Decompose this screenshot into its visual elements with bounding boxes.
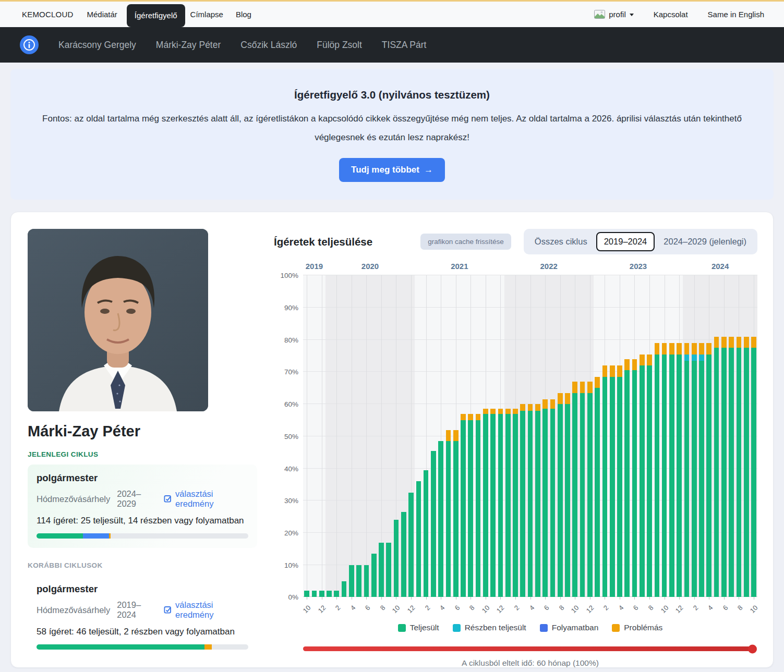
portrait-photo: [28, 229, 208, 411]
current-city: Hódmezővásárhely: [37, 494, 110, 504]
nav-tisza-part[interactable]: TISZA Párt: [382, 40, 427, 51]
previous-term: 2019–2024: [117, 600, 157, 620]
range-toggle-group: Összes ciklus 2019–2024 2024–2029 (jelen…: [524, 229, 757, 254]
hero-banner: Ígéretfigyelő 3.0 (nyilvános tesztüzem) …: [10, 69, 774, 200]
current-summary: 114 ígéret: 25 teljesült, 14 részben vag…: [37, 516, 248, 526]
nav-csozik-laszlo[interactable]: Csőzik László: [240, 40, 297, 51]
top-navbar: KEMOCLOUD Médiatár Ígéretfigyelő Címlaps…: [0, 2, 784, 27]
profile-label: profil: [609, 10, 626, 19]
nav-fulop-zsolt[interactable]: Fülöp Zsolt: [317, 40, 362, 51]
checkbox-check-icon: [164, 606, 172, 615]
progress-previous-problem: [204, 644, 212, 650]
progress-previous-fulfilled: [37, 644, 204, 650]
chart-title: Ígéretek teljesülése: [274, 236, 372, 248]
previous-term-card: polgármester Hódmezővásárhely 2019–2024 …: [28, 576, 257, 659]
learn-more-button[interactable]: Tudj meg többet →: [339, 158, 445, 182]
hero-text: Fontos: az oldal tartalma még szerkeszté…: [31, 109, 753, 146]
hero-title: Ígéretfigyelő 3.0 (nyilvános tesztüzem): [31, 89, 753, 101]
previous-cycles-label: KORÁBBI CIKLUSOK: [28, 561, 257, 569]
profile-column: Márki-Zay Péter JELENLEGI CIKLUS polgárm…: [28, 229, 257, 652]
info-circle-glyph: [23, 39, 35, 51]
legend-item[interactable]: Problémás: [612, 623, 662, 632]
nav-cimlapse[interactable]: Címlapse: [190, 10, 223, 19]
chart-year-labels: 201920202021202220232024: [303, 262, 757, 275]
chart-plot: 0%10%20%30%40%50%60%70%80%90%100%: [303, 275, 757, 597]
time-slider-handle[interactable]: [748, 644, 757, 653]
nav-igeretfigyelo-active-tab[interactable]: Ígéretfigyelő: [127, 4, 185, 27]
progress-current-inprogress: [83, 533, 109, 539]
current-term: 2024–2029: [117, 489, 157, 509]
nav-kapcsolat[interactable]: Kapcsolat: [654, 10, 688, 19]
checkbox-check-icon: [164, 495, 172, 504]
range-all-cycles[interactable]: Összes ciklus: [528, 233, 594, 250]
chart-legend: TeljesültRészben teljesültFolyamatbanPro…: [303, 623, 757, 632]
nav-marki-zay-peter[interactable]: Márki-Zay Péter: [156, 40, 221, 51]
current-cycle-label: JELENLEGI CIKLUS: [28, 450, 257, 458]
chart-section: Ígéretek teljesülése grafikon cache fris…: [274, 229, 757, 652]
learn-more-label: Tudj meg többet: [351, 165, 419, 175]
chevron-down-icon: [630, 14, 634, 16]
politician-name: Márki-Zay Péter: [28, 423, 257, 440]
avatar-image-icon: [594, 10, 605, 19]
chart-x-labels: 1012246810122468101224681012246810122468…: [303, 597, 757, 620]
current-position: polgármester: [37, 472, 248, 484]
chart-y-labels: 0%10%20%30%40%50%60%70%80%90%100%: [277, 275, 303, 597]
chart-bars[interactable]: [303, 275, 757, 597]
progress-current-fulfilled: [37, 533, 83, 539]
progress-current: [37, 533, 248, 539]
current-election-link[interactable]: választási eredmény: [164, 489, 248, 509]
range-2019-2024[interactable]: 2019–2024: [596, 232, 655, 251]
previous-position: polgármester: [37, 583, 248, 595]
time-slider[interactable]: [303, 646, 755, 651]
arrow-right-icon: →: [424, 165, 433, 175]
politician-navbar: Karácsony Gergely Márki-Zay Péter Csőzik…: [0, 27, 784, 63]
legend-item[interactable]: Részben teljesült: [453, 623, 526, 632]
previous-election-link[interactable]: választási eredmény: [164, 600, 248, 620]
politician-card: Márki-Zay Péter JELENLEGI CIKLUS polgárm…: [10, 212, 774, 668]
progress-previous: [37, 644, 248, 650]
range-2024-2029[interactable]: 2024–2029 (jelenlegi): [657, 233, 753, 250]
nav-mediatar[interactable]: Médiatár: [87, 10, 117, 19]
previous-summary: 58 ígéret: 46 teljesült, 2 részben vagy …: [37, 627, 248, 637]
nav-blog[interactable]: Blog: [236, 10, 251, 19]
legend-item[interactable]: Folyamatban: [540, 623, 599, 632]
current-election-link-label: választási eredmény: [175, 489, 248, 509]
brand-kemocloud[interactable]: KEMOCLOUD: [22, 10, 73, 19]
info-icon[interactable]: [20, 35, 39, 54]
previous-election-link-label: választási eredmény: [175, 600, 248, 620]
refresh-cache-button[interactable]: grafikon cache frissítése: [420, 234, 511, 250]
current-term-card: polgármester Hódmezővásárhely 2024–2029 …: [28, 465, 257, 548]
previous-city: Hódmezővásárhely: [37, 605, 110, 615]
legend-item[interactable]: Teljesült: [398, 623, 439, 632]
portrait-illustration: [28, 229, 208, 411]
nav-karacsony-gergely[interactable]: Karácsony Gergely: [58, 40, 136, 51]
profile-menu[interactable]: profil: [594, 10, 634, 19]
slider-caption: A ciklusból eltelt idő: 60 hónap (100%): [303, 658, 757, 668]
progress-current-problem: [109, 533, 111, 539]
nav-same-in-english[interactable]: Same in English: [708, 10, 764, 19]
